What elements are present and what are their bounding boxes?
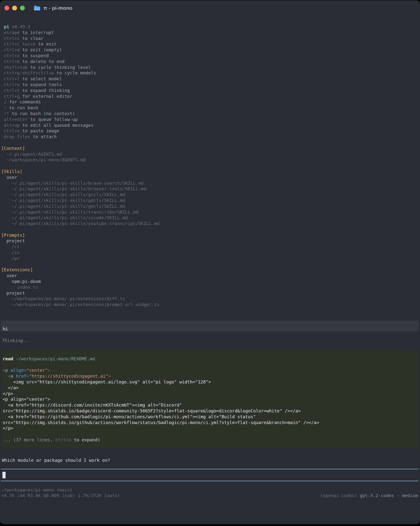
- terminal-line: ! to run bash: [1, 105, 420, 111]
- minimize-button[interactable]: [12, 6, 17, 10]
- terminal-line: src="https://img.shields.io/github/actio…: [3, 420, 419, 425]
- session-info: pi v0.49.3 escape to interrupt ctrl+c to…: [0, 24, 420, 307]
- terminal-line: [Extensions]: [1, 267, 420, 273]
- terminal-line: ~/.pi/agent/skills/pi-skills/vscode/SKIL…: [1, 215, 420, 221]
- terminal-line: index.ts: [1, 284, 420, 290]
- terminal-line: alt+enter to queue follow-up: [1, 117, 420, 122]
- terminal-content: pi v0.49.3 escape to interrupt ctrl+c to…: [0, 24, 420, 498]
- terminal-line: ~/.pi/agent/skills/pi-skills/brave-searc…: [1, 180, 420, 186]
- terminal-line: <p align="center">: [3, 396, 419, 402]
- terminal-line: </p>: [3, 425, 419, 431]
- terminal-line: ~/.pi/agent/skills/pi-skills/gdcli/SKILL…: [1, 198, 420, 203]
- terminal-line: project: [1, 238, 420, 244]
- status-model: gpt-5.2-codex · medium: [360, 493, 418, 498]
- terminal-line: alt+up to edit all queued messages: [1, 122, 420, 128]
- terminal-line: drop files to attach: [1, 134, 420, 140]
- terminal-line: <p align="center">: [3, 367, 419, 373]
- terminal-line: [1, 261, 420, 267]
- status-provider: (openai-codex): [320, 493, 360, 498]
- terminal-line: ~/workspaces/pi-mono/AGENTS.md: [1, 157, 420, 163]
- terminal-line: ctrl+z to suspend: [1, 53, 420, 59]
- terminal-line: ~/.pi/agent/AGENTS.md: [1, 151, 420, 157]
- terminal-line: ~/.pi/agent/skills/pi-skills/browser-too…: [1, 186, 420, 192]
- terminal-line: ~/.pi/agent/skills/pi-skills/gmcli/SKILL…: [1, 203, 420, 209]
- terminal-line: [1, 226, 420, 232]
- terminal-line: </a>: [3, 385, 419, 391]
- user-message: hi: [1, 320, 419, 332]
- terminal-line: pi v0.49.3: [1, 24, 420, 30]
- terminal-line: [Context]: [1, 145, 420, 151]
- terminal-line: ~/.pi/agent/skills/pi-skills/gccli/SKILL…: [1, 192, 420, 198]
- window-title-group: π - pi-mono: [34, 5, 72, 11]
- close-button[interactable]: [4, 6, 9, 10]
- terminal-line: shift+tab to cycle thinking level: [1, 64, 420, 70]
- terminal-line: [3, 431, 419, 437]
- window-title: π - pi-mono: [43, 5, 72, 11]
- terminal-line: ctrl+l to select model: [1, 76, 420, 82]
- terminal-line: ctrl+k to delete to end: [1, 59, 420, 64]
- terminal-line: /cl: [1, 244, 420, 250]
- terminal-line: npm:pi-doom: [1, 279, 420, 284]
- terminal-line: src="https://img.shields.io/badge/discor…: [3, 408, 419, 414]
- tool-call-read: read ~/workspaces/pi-mono/README.md<p al…: [1, 350, 419, 449]
- terminal-line: /pr: [1, 255, 420, 261]
- terminal-line: ctrl+g for external editor: [1, 93, 420, 99]
- terminal-line: ~/workspaces/pi-mono/.pi/extensions/diff…: [1, 296, 420, 302]
- terminal-line: ~/.pi/agent/skills/pi-skills/youtube-tra…: [1, 221, 420, 226]
- terminal-line: [1, 163, 420, 169]
- status-bar: ~/workspaces/pi-mono (main) ↑4.7k ↓44 R3…: [0, 487, 420, 499]
- terminal-line: user: [1, 174, 420, 180]
- text-cursor: [2, 472, 6, 478]
- terminal-line: ctrl+c twice to exit: [1, 41, 420, 47]
- terminal-line: [Prompts]: [1, 232, 420, 238]
- terminal-line: </p>: [3, 391, 419, 396]
- status-token-stats: ↑4.7k ↓44 R3.8k $0.009 (sub) 1.7%/272k (…: [1, 493, 120, 498]
- terminal-line: <a href="https://shittycodingagent.ai">: [3, 373, 419, 379]
- terminal-line: ctrl+t to expand thinking: [1, 88, 420, 93]
- status-left: ~/workspaces/pi-mono (main) ↑4.7k ↓44 R3…: [1, 487, 120, 499]
- terminal-line: ~/workspaces/pi-mono/.pi/extensions/prom…: [1, 302, 420, 307]
- terminal-line: ctrl+v to paste image: [1, 128, 420, 134]
- terminal-line: escape to interrupt: [1, 30, 420, 36]
- terminal-line: ctrl+o to expand tools: [1, 82, 420, 88]
- terminal-line: ctrl+p/shift+ctrl+p to cycle models: [1, 70, 420, 76]
- prompt-input[interactable]: [1, 469, 419, 481]
- titlebar: π - pi-mono: [0, 0, 420, 16]
- status-right: (openai-codex) gpt-5.2-codex · medium: [320, 493, 418, 498]
- assistant-message: Which module or package should I work on…: [0, 457, 420, 463]
- zoom-button[interactable]: [20, 6, 25, 10]
- terminal-line: /is: [1, 250, 420, 255]
- terminal-line: ~/.pi/agent/skills/pi-skills/transcribe/…: [1, 209, 420, 215]
- terminal-line: [1, 140, 420, 145]
- traffic-lights: [4, 6, 28, 10]
- terminal-line: !! to run bash (no context): [1, 111, 420, 117]
- terminal-line: ctrl+d to exit (empty): [1, 47, 420, 53]
- terminal-line: <img src="https://shittycodingagent.ai/l…: [3, 379, 419, 385]
- terminal-line: user: [1, 273, 420, 279]
- thinking-indicator: Thinking...: [0, 338, 420, 344]
- terminal-line: <a href="https://github.com/badlogic/pi-…: [3, 414, 419, 420]
- terminal-line: <a href="https://discord.com/invite/nKXT…: [3, 402, 419, 408]
- terminal-line: read ~/workspaces/pi-mono/README.md: [3, 356, 419, 362]
- terminal-line: project: [1, 290, 420, 296]
- terminal-line: ... (37 more lines, ctrl+o to expand): [3, 437, 419, 443]
- folder-icon: [34, 5, 41, 11]
- terminal-line: ctrl+c to clear: [1, 36, 420, 41]
- terminal-window: π - pi-mono pi v0.49.3 escape to interru…: [0, 0, 420, 524]
- status-cwd: ~/workspaces/pi-mono (main): [1, 487, 120, 493]
- terminal-line: / for commands: [1, 99, 420, 105]
- terminal-line: [Skills]: [1, 169, 420, 174]
- terminal-line: [3, 362, 419, 368]
